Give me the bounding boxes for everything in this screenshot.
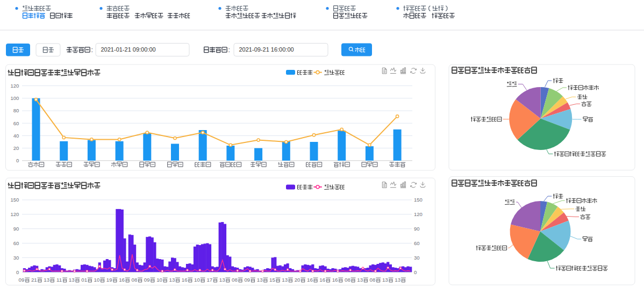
svg-text:60: 60 [13,240,19,246]
svg-text:10: 10 [94,277,100,283]
svg-text:120: 120 [10,83,19,89]
svg-text:13: 13 [357,277,363,283]
svg-text:20: 20 [295,277,300,283]
svg-text:120: 120 [414,211,423,217]
svg-text:2021-09-21 16:00:00: 2021-09-21 16:00:00 [239,46,294,53]
svg-text:11: 11 [56,277,62,283]
svg-text:13: 13 [257,277,263,283]
svg-text:90: 90 [414,226,420,232]
svg-text:21: 21 [31,277,37,283]
svg-text:0: 0 [16,269,19,275]
svg-text:30: 30 [13,255,19,261]
svg-text:150: 150 [414,197,423,203]
svg-text:60: 60 [414,240,420,246]
svg-text:0: 0 [16,157,19,163]
svg-text:100: 100 [10,95,19,101]
svg-text:150: 150 [10,197,19,203]
svg-text:09: 09 [244,277,250,283]
svg-text::: : [91,46,93,54]
svg-text:2021-01-21 09:00:00: 2021-01-21 09:00:00 [101,46,156,53]
svg-text:17: 17 [206,277,212,283]
svg-text:01: 01 [81,277,87,283]
svg-text:20: 20 [13,145,19,151]
svg-text:13: 13 [382,277,388,283]
svg-text:40: 40 [13,133,19,139]
svg-text:13: 13 [219,277,225,283]
svg-text:19: 19 [106,277,112,283]
svg-text:08: 08 [131,277,137,283]
svg-text:10: 10 [156,277,162,283]
svg-text:13: 13 [69,277,75,283]
svg-text:0: 0 [414,269,417,275]
svg-text:13: 13 [44,277,49,283]
svg-text:08: 08 [345,277,350,283]
svg-text:13: 13 [395,277,400,283]
svg-text:09: 09 [19,277,25,283]
svg-text:09: 09 [144,277,150,283]
svg-text:80: 80 [13,107,19,113]
svg-text:120: 120 [10,211,19,217]
svg-text:13: 13 [282,277,288,283]
svg-text:10: 10 [194,277,200,283]
svg-text:30: 30 [414,255,420,261]
svg-text:16: 16 [307,277,313,283]
svg-text:08: 08 [370,277,376,283]
svg-text:15: 15 [269,277,275,283]
svg-text:08: 08 [232,277,238,283]
svg-text:16: 16 [332,277,338,283]
svg-text:90: 90 [13,226,19,232]
svg-text:16: 16 [182,277,188,283]
svg-text:16: 16 [119,277,125,283]
svg-text:16: 16 [319,277,325,283]
svg-text:13: 13 [169,277,175,283]
svg-text:60: 60 [13,120,19,126]
svg-text::: : [228,46,230,54]
